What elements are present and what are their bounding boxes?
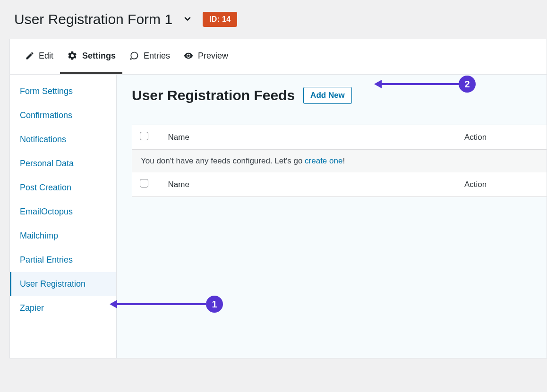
empty-text-prefix: You don't have any feeds configured. Let… <box>141 156 305 165</box>
main-content: User Registration Feeds Add New Name Act… <box>117 75 547 358</box>
sidebar-item-user-registration[interactable]: User Registration <box>10 272 116 296</box>
table-empty-row: You don't have any feeds configured. Let… <box>132 150 547 173</box>
sidebar-item-confirmations[interactable]: Confirmations <box>10 103 116 128</box>
sidebar-item-form-settings[interactable]: Form Settings <box>10 79 116 103</box>
form-switcher-dropdown[interactable] <box>181 12 194 27</box>
feeds-title: User Registration Feeds <box>132 87 295 103</box>
tab-entries[interactable]: Entries <box>122 40 177 74</box>
form-tabs: Edit Settings Entries Preview <box>10 39 547 75</box>
sidebar-item-zapier[interactable]: Zapier <box>10 296 116 320</box>
sidebar-item-mailchimp[interactable]: Mailchimp <box>10 224 116 248</box>
column-footer-action: Action <box>457 172 547 197</box>
column-header-name[interactable]: Name <box>161 125 457 150</box>
add-new-button[interactable]: Add New <box>303 87 352 104</box>
tab-label: Preview <box>198 51 228 61</box>
tab-label: Edit <box>39 51 53 61</box>
column-footer-name: Name <box>161 172 457 197</box>
column-header-action: Action <box>457 125 547 150</box>
page-title: User Registration Form 1 <box>14 11 172 27</box>
create-one-link[interactable]: create one <box>305 156 342 165</box>
gears-icon <box>67 51 78 61</box>
tab-label: Settings <box>82 51 116 61</box>
chevron-down-icon <box>183 18 192 25</box>
tab-preview[interactable]: Preview <box>177 40 235 74</box>
sidebar-item-emailoctopus[interactable]: EmailOctopus <box>10 200 116 224</box>
eye-icon <box>183 51 194 60</box>
annotation-badge-1: 1 <box>206 296 223 313</box>
comment-icon <box>129 51 139 60</box>
pencil-icon <box>25 51 34 60</box>
sidebar-item-notifications[interactable]: Notifications <box>10 128 116 152</box>
sidebar-item-partial-entries[interactable]: Partial Entries <box>10 248 116 272</box>
feeds-table: Name Action You don't have any feeds con… <box>132 125 547 197</box>
sidebar-item-post-creation[interactable]: Post Creation <box>10 176 116 200</box>
select-all-checkbox-footer[interactable] <box>140 179 148 187</box>
tab-label: Entries <box>144 51 170 61</box>
form-id-badge: ID: 14 <box>203 12 237 27</box>
tab-edit[interactable]: Edit <box>18 40 60 74</box>
sidebar-item-personal-data[interactable]: Personal Data <box>10 152 116 176</box>
select-all-checkbox[interactable] <box>140 132 148 140</box>
tab-settings[interactable]: Settings <box>60 39 122 74</box>
empty-text-suffix: ! <box>342 156 345 165</box>
annotation-1: 1 <box>110 296 223 313</box>
settings-sidebar: Form Settings Confirmations Notification… <box>10 75 117 358</box>
